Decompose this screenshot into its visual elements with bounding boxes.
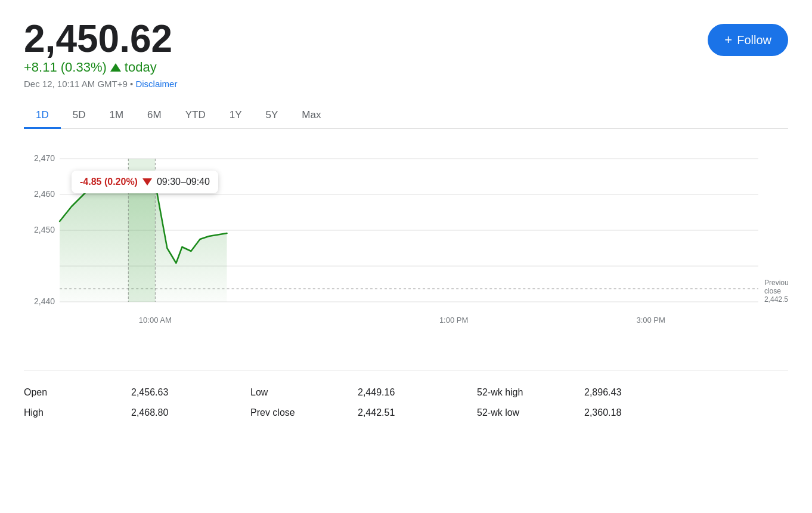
open-label: Open	[24, 382, 131, 403]
tooltip-time: 09:30–09:40	[157, 177, 210, 187]
52wk-high-value: 2,896.43	[584, 382, 703, 403]
svg-text:close: close	[764, 287, 781, 295]
open-value: 2,456.63	[131, 382, 250, 403]
follow-section: + Follow	[708, 18, 788, 56]
svg-text:2,470: 2,470	[34, 153, 55, 163]
meta-text: Dec 12, 10:11 AM GMT+9 •	[24, 79, 135, 89]
52wk-low-label: 52-wk low	[477, 403, 584, 423]
prev-close-value: 2,442.51	[358, 403, 477, 423]
follow-label: Follow	[737, 33, 771, 47]
tab-1m[interactable]: 1M	[97, 103, 135, 129]
chart-svg: 2,470 2,460 2,450 2,440 10:00 AM 1:00 PM…	[24, 135, 788, 356]
plus-icon: +	[724, 32, 732, 48]
svg-text:2,440: 2,440	[34, 296, 55, 306]
meta-row: Dec 12, 10:11 AM GMT+9 • Disclaimer	[24, 79, 177, 89]
svg-text:2,450: 2,450	[34, 225, 55, 234]
tooltip-change: -4.85 (0.20%)	[80, 177, 138, 187]
stats-grid: Open 2,456.63 Low 2,449.16 52-wk high 2,…	[24, 382, 788, 423]
price-change: +8.11 (0.33%)	[24, 60, 107, 75]
high-value: 2,468.80	[131, 403, 250, 423]
tab-ytd[interactable]: YTD	[173, 103, 218, 129]
svg-text:10:00 AM: 10:00 AM	[139, 316, 172, 325]
page-header: 2,450.62 +8.11 (0.33%) today Dec 12, 10:…	[24, 18, 788, 101]
tab-5y[interactable]: 5Y	[254, 103, 290, 129]
svg-text:2,442.51: 2,442.51	[764, 295, 788, 304]
svg-text:Previous: Previous	[764, 279, 788, 287]
stock-price: 2,450.62	[24, 18, 177, 60]
chart-tooltip: -4.85 (0.20%) 09:30–09:40	[72, 171, 218, 193]
today-label: today	[125, 60, 157, 75]
tab-6m[interactable]: 6M	[135, 103, 173, 129]
stats-section: Open 2,456.63 Low 2,449.16 52-wk high 2,…	[24, 370, 788, 423]
chart-container: -4.85 (0.20%) 09:30–09:40 2,470 2,460 2,…	[24, 135, 788, 356]
disclaimer-link[interactable]: Disclaimer	[135, 79, 177, 89]
tab-1d[interactable]: 1D	[24, 103, 61, 129]
svg-text:1:00 PM: 1:00 PM	[439, 316, 468, 325]
arrow-down-icon	[142, 178, 152, 186]
high-label: High	[24, 403, 131, 423]
svg-text:3:00 PM: 3:00 PM	[636, 316, 665, 325]
52wk-low-value: 2,360.18	[584, 403, 703, 423]
price-section: 2,450.62 +8.11 (0.33%) today Dec 12, 10:…	[24, 18, 177, 101]
follow-button[interactable]: + Follow	[708, 24, 788, 56]
tab-1y[interactable]: 1Y	[218, 103, 254, 129]
52wk-high-label: 52-wk high	[477, 382, 584, 403]
change-row: +8.11 (0.33%) today	[24, 60, 177, 75]
tab-5d[interactable]: 5D	[61, 103, 98, 129]
svg-text:2,460: 2,460	[34, 189, 55, 199]
low-value: 2,449.16	[358, 382, 477, 403]
arrow-up-icon	[110, 63, 121, 72]
low-label: Low	[250, 382, 358, 403]
prev-close-label: Prev close	[250, 403, 358, 423]
time-range-tabs: 1D 5D 1M 6M YTD 1Y 5Y Max	[24, 103, 788, 129]
tab-max[interactable]: Max	[290, 103, 333, 129]
